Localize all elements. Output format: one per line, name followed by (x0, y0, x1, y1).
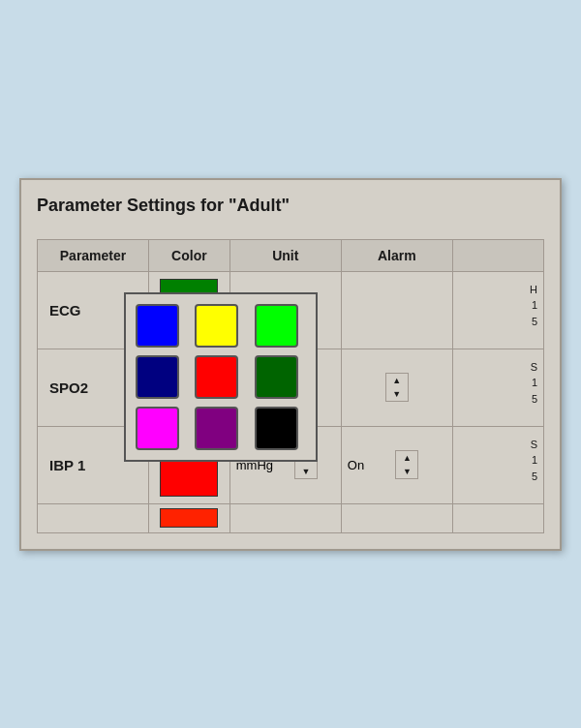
spo2-alarm-down[interactable]: ▼ (386, 387, 408, 401)
col-header-alarm: Alarm (341, 239, 452, 271)
color-option-magenta[interactable] (136, 407, 179, 450)
color-option-purple[interactable] (195, 407, 238, 450)
partial-color-swatch[interactable] (160, 508, 218, 528)
ibp1-alarm-stepper[interactable]: ▲ ▼ (395, 450, 418, 479)
color-option-yellow[interactable] (195, 304, 238, 348)
spo2-alarm-cell: ▲ ▼ (341, 349, 452, 426)
color-option-lime[interactable] (255, 304, 298, 348)
ibp1-alarm-values: S15 (452, 426, 543, 503)
partial-row-param (38, 503, 149, 532)
col-header-parameter: Parameter (38, 239, 149, 271)
col-header-color: Color (149, 239, 230, 271)
ecg-alarm-values: H15 (452, 271, 543, 349)
spo2-alarm-stepper[interactable]: ▲ ▼ (385, 373, 409, 402)
color-option-blue[interactable] (136, 304, 179, 348)
partial-row-color (149, 503, 230, 532)
color-option-red[interactable] (195, 355, 238, 399)
ibp1-alarm-cell: On ▲ ▼ (341, 426, 452, 503)
spo2-alarm-up[interactable]: ▲ (386, 374, 408, 387)
spo2-alarm-values: S15 (452, 349, 543, 426)
ibp1-alarm-text: On (348, 458, 364, 472)
col-header-unit: Unit (229, 239, 341, 271)
table-row (38, 503, 544, 532)
color-option-darkgreen[interactable] (255, 355, 298, 399)
color-picker-popup (124, 292, 318, 462)
partial-row-values (452, 503, 543, 532)
table-wrapper: Parameter Color Unit Alarm ECG (37, 239, 544, 533)
col-header-values (452, 239, 543, 271)
window-title: Parameter Settings for "Adult" (37, 196, 544, 224)
color-option-navy[interactable] (136, 355, 179, 399)
settings-window: Parameter Settings for "Adult" Parameter… (19, 178, 562, 551)
ibp1-unit-down[interactable]: ▼ (295, 465, 317, 478)
ibp1-alarm-down[interactable]: ▼ (396, 465, 417, 478)
partial-row-alarm (341, 503, 452, 532)
color-option-black[interactable] (255, 407, 298, 450)
partial-row-unit (229, 503, 341, 532)
ibp1-alarm-up[interactable]: ▲ (396, 451, 417, 465)
ecg-alarm-cell (341, 271, 452, 349)
